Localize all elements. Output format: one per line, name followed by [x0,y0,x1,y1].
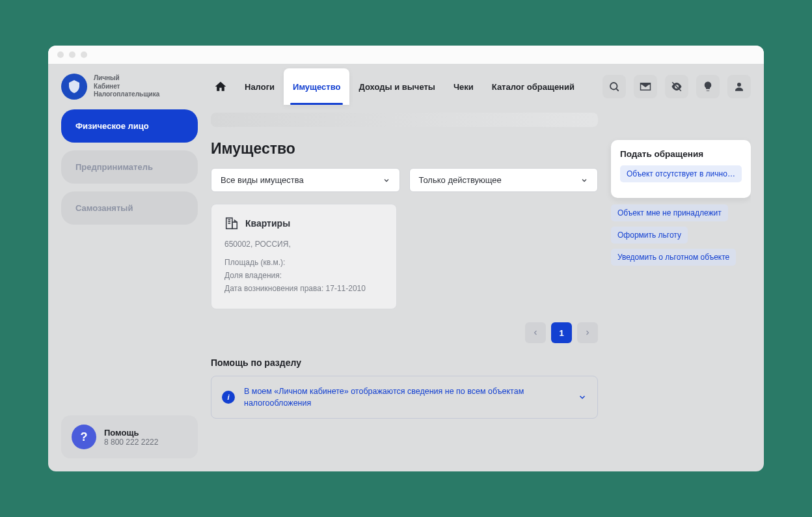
help-panel[interactable]: i В моем «Личном кабинете» отображаются … [211,376,598,419]
logo-line: Кабинет [94,83,159,91]
role-individual[interactable]: Физическое лицо [61,109,198,143]
traffic-dot [57,51,64,58]
pagination: 1 [211,322,598,343]
logo-text: Личный Кабинет Налогоплательщика [94,74,159,99]
window-controls [48,46,764,64]
nav-taxes[interactable]: Налоги [236,68,284,105]
visibility-icon[interactable] [665,75,688,98]
help-card[interactable]: ? Помощь 8 800 222 2222 [61,415,198,458]
help-info: Помощь 8 800 222 2222 [104,428,158,447]
nav-property[interactable]: Имущество [284,68,349,105]
appeal-link-missing[interactable]: Объект отсутствует в личном ... [620,165,742,182]
svg-rect-5 [232,222,237,229]
property-card[interactable]: Квартиры 650002, РОССИЯ, Площадь (кв.м.)… [211,204,397,309]
svg-point-3 [737,83,741,87]
chevron-down-icon [578,393,587,402]
filter-type-label: Все виды имущества [221,175,304,185]
sidebar: Физическое лицо Предприниматель Самозаня… [61,109,198,458]
app-window: Личный Кабинет Налогоплательщика Налоги … [48,46,764,471]
nav-receipts[interactable]: Чеки [444,68,483,105]
page-title: Имущество [211,140,598,158]
logo-line: Личный [94,74,159,83]
role-entrepreneur[interactable]: Предприниматель [61,150,198,184]
page-next[interactable] [577,322,598,343]
property-title: Квартиры [245,218,290,229]
lightbulb-icon[interactable] [696,75,720,98]
property-date: Дата возникновения права: 17-11-2010 [224,284,383,293]
app-body: Личный Кабинет Налогоплательщика Налоги … [48,64,764,471]
traffic-dot [69,51,75,58]
building-icon [224,216,239,231]
page-current[interactable]: 1 [551,322,572,343]
mail-icon[interactable] [634,75,657,98]
main-nav: Налоги Имущество Доходы и вычеты Чеки Ка… [211,68,602,105]
chevron-right-icon [584,329,591,337]
property-area: Площадь (кв.м.): [224,258,383,267]
main-column: Имущество Все виды имущества Только дейс… [211,109,598,458]
content: Имущество Все виды имущества Только дейс… [211,109,751,458]
filters: Все виды имущества Только действующее [211,168,598,192]
appeal-link-notify[interactable]: Уведомить о льготном объекте [611,249,736,266]
property-address: 650002, РОССИЯ, [224,240,383,249]
svg-line-1 [616,89,618,91]
traffic-dot [81,51,87,58]
home-icon[interactable] [211,80,230,93]
banner-placeholder [211,113,598,127]
question-icon: ? [72,425,96,449]
role-selfemployed[interactable]: Самозанятый [61,191,198,225]
help-title: Помощь [104,428,158,438]
chevron-down-icon [383,176,390,184]
page-prev[interactable] [525,322,546,343]
appeal-link-notmine[interactable]: Объект мне не принадлежит [611,204,728,221]
appeal-card: Подать обращения Объект отсутствует в ли… [611,140,751,198]
chevron-down-icon [580,176,588,184]
appeal-links: Объект мне не принадлежит Оформить льгот… [611,204,751,271]
emblem-icon [61,74,87,100]
filter-status[interactable]: Только действующее [409,168,599,192]
filter-status-label: Только действующее [419,175,502,185]
search-icon[interactable] [602,75,626,98]
user-icon[interactable] [727,75,751,98]
help-panel-text: В моем «Личном кабинете» отображаются св… [244,385,569,409]
logo-line: Налогоплательщика [94,91,159,99]
layout: Физическое лицо Предприниматель Самозаня… [48,109,764,471]
appeal-link-benefit[interactable]: Оформить льготу [611,227,688,244]
nav-income[interactable]: Доходы и вычеты [349,68,444,105]
chevron-left-icon [532,329,539,337]
right-column: Подать обращения Объект отсутствует в ли… [611,140,751,458]
property-share: Доля владения: [224,271,383,280]
header-actions [602,75,751,98]
appeal-title: Подать обращения [620,149,742,159]
svg-point-0 [610,83,617,90]
logo[interactable]: Личный Кабинет Налогоплательщика [61,74,211,100]
card-header: Квартиры [224,216,383,231]
help-section-title: Помощь по разделу [211,357,598,368]
info-icon: i [222,391,235,404]
help-phone: 8 800 222 2222 [104,438,158,447]
filter-type[interactable]: Все виды имущества [211,168,400,192]
topbar: Личный Кабинет Налогоплательщика Налоги … [48,64,764,109]
nav-catalog[interactable]: Каталог обращений [483,68,584,105]
